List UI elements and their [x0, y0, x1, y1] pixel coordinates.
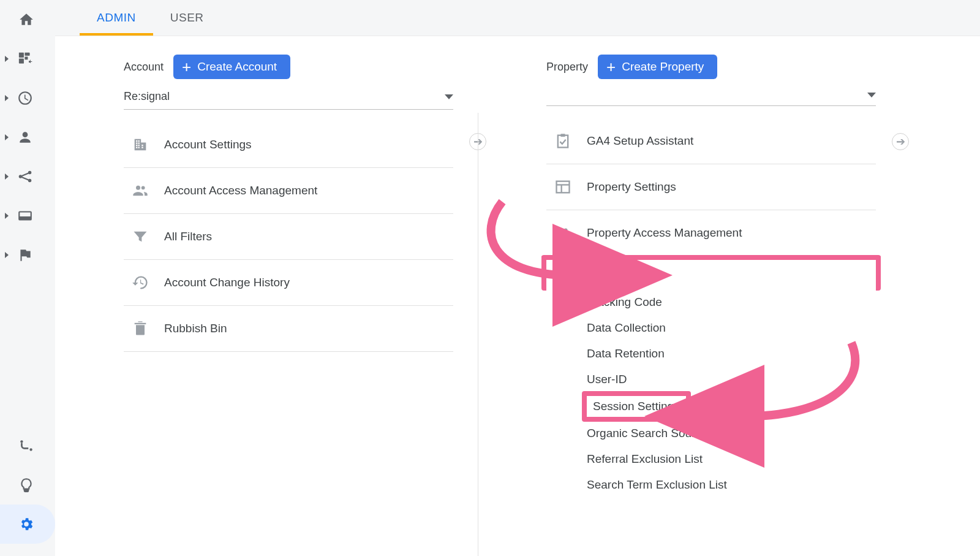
chevron-down-icon: [867, 93, 876, 97]
caret-right-icon: [5, 173, 9, 180]
plus-icon: +: [182, 61, 191, 72]
filter-icon: [131, 227, 149, 246]
caret-right-icon: [5, 134, 9, 140]
account-history-item[interactable]: Account Change History: [124, 260, 453, 306]
svg-point-12: [136, 186, 140, 190]
nav-attribution[interactable]: [0, 426, 55, 465]
svg-rect-1: [25, 53, 30, 55]
caret-right-icon: [5, 95, 9, 101]
account-label: Account: [124, 61, 164, 74]
dashboard-icon: +: [17, 51, 33, 67]
svg-point-10: [20, 440, 23, 443]
path-icon: [18, 438, 34, 454]
svg-rect-15: [561, 134, 565, 137]
tracking-code-item[interactable]: Tracking Code: [587, 289, 876, 315]
account-settings-item[interactable]: Account Settings: [124, 122, 453, 168]
referral-exclusion-item[interactable]: Referral Exclusion List: [587, 446, 876, 472]
plus-icon: +: [606, 61, 616, 72]
main-area: ADMIN USER Account + Create Account Re:s…: [55, 0, 980, 556]
user-id-item[interactable]: User-ID: [587, 367, 876, 392]
admin-content: Account + Create Account Re:signal Accou…: [55, 36, 980, 556]
svg-point-20: [564, 228, 568, 232]
account-access-item[interactable]: Account Access Management: [124, 168, 453, 214]
trash-icon: [131, 319, 149, 338]
flag-icon: [17, 247, 33, 263]
svg-rect-3: [19, 59, 24, 64]
nav-realtime[interactable]: [0, 78, 55, 118]
person-icon: [17, 129, 33, 145]
tab-user[interactable]: USER: [153, 0, 221, 36]
code-icon: [555, 266, 573, 284]
create-account-button[interactable]: + Create Account: [173, 55, 290, 79]
nav-acquisition[interactable]: [0, 157, 55, 196]
account-dropdown[interactable]: Re:signal: [124, 85, 453, 110]
svg-rect-9: [19, 216, 31, 219]
caret-right-icon: [5, 213, 9, 219]
caret-right-icon: [5, 56, 9, 62]
account-dropdown-value: Re:signal: [124, 90, 170, 103]
nav-dashboards[interactable]: +: [0, 39, 55, 78]
property-label: Property: [546, 61, 588, 74]
nav-admin[interactable]: [0, 505, 55, 544]
building-icon: [131, 135, 149, 154]
tab-admin[interactable]: ADMIN: [80, 0, 153, 36]
data-collection-item[interactable]: Data Collection: [587, 315, 876, 341]
property-dropdown[interactable]: [546, 85, 876, 106]
nav-discover[interactable]: [0, 465, 55, 505]
nav-conversions[interactable]: [0, 235, 55, 275]
all-filters-item[interactable]: All Filters: [124, 214, 453, 260]
lightbulb-icon: [18, 477, 34, 493]
property-column: Property + Create Property GA4 Setup Ass…: [478, 36, 900, 556]
account-column: Account + Create Account Re:signal Accou…: [55, 36, 478, 556]
clipboard-check-icon: [554, 132, 572, 150]
nav-behaviour[interactable]: [0, 196, 55, 235]
organic-search-item[interactable]: Organic Search Sources: [587, 421, 876, 446]
chevron-down-icon: [445, 94, 453, 99]
tracking-info-sublist: Tracking Code Data Collection Data Reten…: [546, 289, 876, 498]
session-settings-item[interactable]: Session Settings: [582, 391, 691, 422]
history-icon: [131, 273, 149, 292]
clock-icon: [17, 90, 33, 106]
card-icon: [17, 208, 33, 224]
ga4-setup-item[interactable]: GA4 Setup Assistant: [546, 118, 876, 164]
nav-home[interactable]: [0, 0, 55, 39]
layout-icon: [554, 178, 572, 196]
people-icon: [131, 181, 149, 200]
share-icon: [17, 169, 33, 185]
people-icon: [554, 224, 572, 242]
rubbish-bin-item[interactable]: Rubbish Bin: [124, 306, 453, 352]
tracking-info-item[interactable]: Tracking Info: [541, 255, 881, 291]
svg-point-13: [141, 186, 145, 189]
svg-rect-16: [557, 181, 570, 193]
svg-rect-14: [558, 135, 568, 148]
svg-text:+: +: [28, 58, 32, 65]
svg-point-11: [29, 448, 32, 451]
nav-audience[interactable]: [0, 118, 55, 157]
column-collapse-arrow[interactable]: ➔: [892, 133, 909, 150]
property-access-item[interactable]: Property Access Management: [546, 210, 876, 256]
create-property-button[interactable]: + Create Property: [598, 55, 717, 79]
data-retention-item[interactable]: Data Retention: [587, 341, 876, 367]
gear-icon: [18, 516, 34, 532]
home-icon: [18, 12, 34, 28]
svg-rect-2: [25, 57, 28, 59]
admin-tabs: ADMIN USER: [55, 0, 980, 36]
property-settings-item[interactable]: Property Settings: [546, 164, 876, 210]
svg-point-19: [559, 228, 563, 232]
left-nav-rail: +: [0, 0, 55, 556]
search-term-exclusion-item[interactable]: Search Term Exclusion List: [587, 472, 876, 498]
svg-rect-0: [19, 53, 24, 58]
caret-right-icon: [5, 252, 9, 258]
